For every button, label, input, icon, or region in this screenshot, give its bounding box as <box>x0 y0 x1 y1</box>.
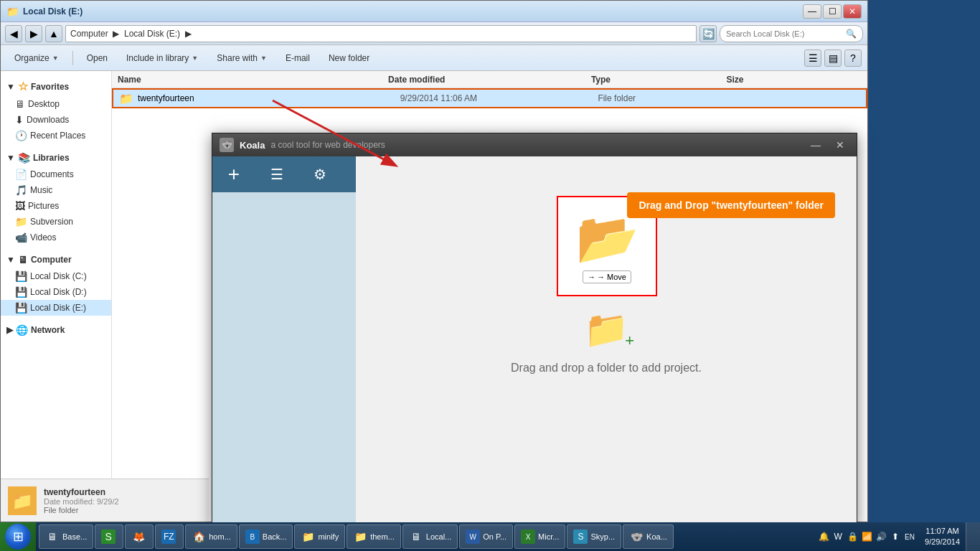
help-button[interactable]: ? <box>844 50 862 67</box>
open-button[interactable]: Open <box>79 48 116 68</box>
koala-app-icon: 🐨 <box>220 138 234 152</box>
taskbar-item-back[interactable]: B Back... <box>239 524 293 549</box>
taskbar-item-firefox[interactable]: 🦊 <box>125 524 154 549</box>
col-size-header[interactable]: Size <box>726 75 862 85</box>
email-button[interactable]: E-mail <box>278 48 318 68</box>
back-label: Back... <box>263 532 287 541</box>
home-label: hom... <box>209 532 231 541</box>
computer-section: ▼ 🖥 Computer 💾 Local Disk (C:) 💾 Local D… <box>1 248 111 319</box>
preview-pane-button[interactable]: ▤ <box>824 50 842 67</box>
sidebar-item-music[interactable]: 🎵 Music <box>1 182 111 198</box>
organize-button[interactable]: Organize ▼ <box>6 48 67 68</box>
documents-label: Documents <box>30 169 74 179</box>
maximize-button[interactable]: ☐ <box>823 4 842 19</box>
address-box[interactable]: Computer ▶ Local Disk (E:) ▶ <box>65 25 697 42</box>
table-row[interactable]: 📁 twentyfourteen 9/29/2014 11:06 AM File… <box>112 88 867 108</box>
taskbar-item-skype[interactable]: S Skyp... <box>567 524 621 549</box>
search-box[interactable]: 🔍 <box>720 25 863 42</box>
taskbar-item-micr[interactable]: X Micr... <box>514 524 565 549</box>
sidebar-item-downloads[interactable]: ⬇ Downloads <box>1 112 111 128</box>
close-button[interactable]: ✕ <box>843 4 862 19</box>
sidebar-item-pictures[interactable]: 🖼 Pictures <box>1 198 111 214</box>
subversion-label: Subversion <box>30 217 73 227</box>
local-label: Local... <box>426 532 451 541</box>
tray-icon-2[interactable]: W <box>831 530 844 543</box>
libraries-header[interactable]: ▼ 📚 Libraries <box>1 149 111 166</box>
tray-icon-4[interactable]: 📶 <box>860 530 873 543</box>
koala-settings-button[interactable]: ⚙ <box>298 156 341 192</box>
include-in-library-button[interactable]: Include in library ▼ <box>118 48 206 68</box>
sidebar-item-local-disk-d[interactable]: 💾 Local Disk (D:) <box>1 284 111 300</box>
taskbar-clock[interactable]: 11:07 AM 9/29/2014 <box>919 526 966 548</box>
favorites-header[interactable]: ▼ ☆ Favorites <box>1 77 111 96</box>
minimize-button[interactable]: — <box>803 4 821 19</box>
library-arrow-icon: ▼ <box>192 55 198 62</box>
tray-icon-6[interactable]: ⬆ <box>889 530 902 543</box>
sidebar-item-subversion[interactable]: 📁 Subversion <box>1 214 111 230</box>
skype-icon: S <box>573 529 588 544</box>
folder-icon: 📁 <box>119 92 133 105</box>
taskbar-item-onp[interactable]: W On P... <box>459 524 513 549</box>
share-arrow-icon: ▼ <box>260 55 267 62</box>
taskbar: ⊞ 🖥 Base... S 🦊 FZ 🏠 hom... B Back... 📁 … <box>0 522 980 551</box>
sidebar-item-documents[interactable]: 📄 Documents <box>1 166 111 182</box>
taskbar-item-filezilla[interactable]: FZ <box>155 524 184 549</box>
preview-meta: File folder <box>44 506 119 514</box>
preview-name: twentyfourteen <box>44 487 119 497</box>
forward-button[interactable]: ▶ <box>25 25 42 42</box>
back-button[interactable]: ◀ <box>5 25 22 42</box>
refresh-button[interactable]: 🔄 <box>699 25 717 42</box>
network-section: ▶ 🌐 Network <box>1 319 111 342</box>
start-button[interactable]: ⊞ <box>0 522 36 551</box>
tray-icon-5[interactable]: 🔊 <box>875 530 887 543</box>
file-date: 9/29/2014 11:06 AM <box>400 93 594 103</box>
network-header[interactable]: ▶ 🌐 Network <box>1 321 111 339</box>
tray-icon-3[interactable]: 🔒 <box>846 530 859 543</box>
taskbar-item-minify[interactable]: 📁 minify <box>294 524 345 549</box>
micr-icon: X <box>521 529 535 544</box>
sidebar-item-local-disk-e[interactable]: 💾 Local Disk (E:) <box>1 300 111 316</box>
network-label: Network <box>31 325 65 335</box>
search-input[interactable] <box>726 29 846 38</box>
koala-close-button[interactable]: ✕ <box>831 138 849 152</box>
disk-e-label: Local Disk (E:) <box>30 303 86 313</box>
koala-minimize-button[interactable]: — <box>806 138 825 152</box>
taskbar-item-s[interactable]: S <box>95 524 123 549</box>
taskbar-item-themes[interactable]: 📁 them... <box>347 524 401 549</box>
sidebar-item-recent-places[interactable]: 🕐 Recent Places <box>1 128 111 143</box>
disk-e-icon: 💾 <box>15 302 27 314</box>
new-folder-button[interactable]: New folder <box>321 48 377 68</box>
koala-drop-text: Drag and drop a folder to add project. <box>511 362 702 375</box>
taskbar-item-koala[interactable]: 🐨 Koa... <box>623 524 674 549</box>
explorer-title: Local Disk (E:) <box>23 6 801 17</box>
drag-drop-annotation: Drag and Drop "twentyfourteen" folder <box>627 192 835 218</box>
share-with-button[interactable]: Share with ▼ <box>209 48 275 68</box>
preview-info: twentyfourteen Date modified: 9/29/2 Fil… <box>44 487 119 514</box>
taskbar-item-local[interactable]: 🖥 Local... <box>402 524 458 549</box>
taskbar-item-base[interactable]: 🖥 Base... <box>39 524 93 549</box>
col-name-header[interactable]: Name <box>118 75 388 85</box>
explorer-sidebar: ▼ ☆ Favorites 🖥 Desktop ⬇ Downloads 🕐 Re… <box>1 71 112 522</box>
tray-icon-1[interactable]: 🔔 <box>817 530 830 543</box>
taskbar-item-home[interactable]: 🏠 hom... <box>185 524 237 549</box>
view-options-button[interactable]: ☰ <box>804 50 821 67</box>
col-date-header[interactable]: Date modified <box>388 75 591 85</box>
show-desktop-button[interactable] <box>966 522 980 551</box>
preview-bar: 📁 twentyfourteen Date modified: 9/29/2 F… <box>1 479 209 522</box>
pictures-icon: 🖼 <box>15 200 25 212</box>
explorer-titlebar: 📁 Local Disk (E:) — ☐ ✕ <box>1 1 867 22</box>
sidebar-item-local-disk-c[interactable]: 💾 Local Disk (C:) <box>1 268 111 284</box>
koala-list-button[interactable]: ☰ <box>255 156 298 192</box>
toolbar-divider <box>72 51 73 65</box>
sidebar-item-desktop[interactable]: 🖥 Desktop <box>1 96 111 112</box>
up-button[interactable]: ▲ <box>45 25 62 42</box>
computer-header[interactable]: ▼ 🖥 Computer <box>1 251 111 268</box>
col-type-header[interactable]: Type <box>591 75 727 85</box>
desktop-label: Desktop <box>28 99 60 109</box>
disk-c-icon: 💾 <box>15 270 27 282</box>
language-icon[interactable]: EN <box>903 530 916 543</box>
sidebar-item-videos[interactable]: 📹 Videos <box>1 230 111 245</box>
clock-time: 11:07 AM <box>925 526 960 537</box>
koala-add-button[interactable]: + <box>212 156 255 192</box>
new-folder-label: New folder <box>329 53 369 63</box>
